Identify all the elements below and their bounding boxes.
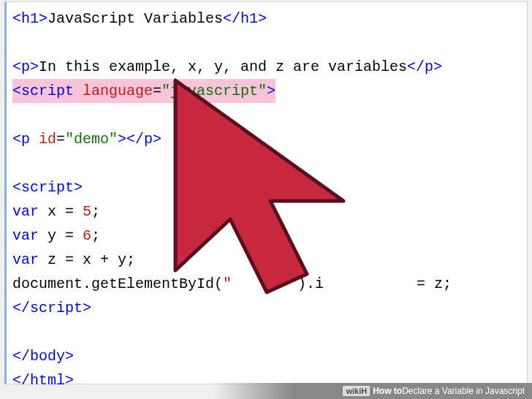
code-line: <h1>JavaScript Variables</h1> (12, 7, 527, 31)
code-line-highlighted: <script language="javascript"> (12, 79, 527, 103)
tag-open-h1: <h1> (12, 10, 48, 27)
tag-close-p: </p> (407, 58, 442, 75)
code-line-blank (12, 103, 527, 127)
footer-title: Declare a Variable in Javascript (402, 386, 525, 396)
tag-script-open: <script> (12, 179, 83, 196)
code-line: <p id="demo"></p> (12, 127, 527, 151)
code-editor: <h1>JavaScript Variables</h1> <p>In this… (4, 1, 528, 384)
tag-close-h1: </h1> (223, 10, 267, 27)
code-line-blank (12, 31, 527, 55)
footer-logo: wikiH (343, 386, 370, 396)
code-line: </body> (12, 344, 527, 368)
code-line: var y = 6; (12, 224, 527, 248)
code-line: <p>In this example, x, y, and z are vari… (12, 55, 527, 79)
code-line: </script> (12, 296, 527, 320)
tag-open-p: <p> (12, 58, 39, 75)
code-line: var x = 5; (12, 200, 527, 224)
tag-open-p-id: <p (12, 131, 39, 148)
footer-prefix: How to (373, 386, 402, 396)
text-h1: JavaScript Variables (48, 10, 223, 27)
tag-body-close: </body> (12, 348, 74, 365)
code-line: <script> (12, 175, 527, 200)
code-line: var z = x + y; (12, 248, 527, 272)
footer-watermark: wikiH How to Declare a Variable in Javas… (0, 383, 532, 399)
code-line: document.getElementById(").i = z; (12, 272, 527, 296)
code-line-blank (12, 151, 527, 175)
text-p: In this example, x, y, and z are variabl… (39, 58, 407, 75)
highlighted-script-tag: <script language="javascript"> (12, 79, 276, 103)
code-line-blank (12, 320, 527, 344)
tag-script-close: </script> (12, 300, 91, 316)
